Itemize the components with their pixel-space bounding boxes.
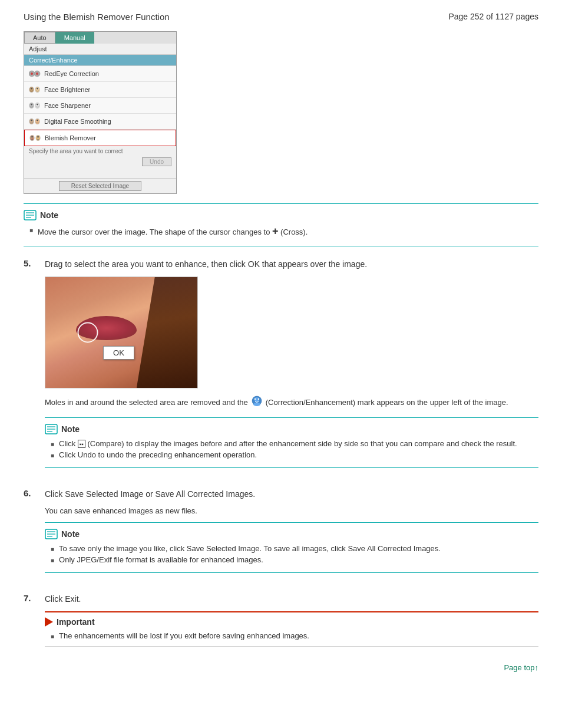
svg-point-9 xyxy=(31,104,32,106)
note2-item-1: ■ Click ▪▪ (Compare) to display the imag… xyxy=(45,439,533,449)
redeye-icon xyxy=(29,68,41,80)
note3-text-1: To save only the image you like, click S… xyxy=(59,544,441,553)
page-header: Using the Blemish Remover Function Page … xyxy=(24,12,538,22)
menu-item-face-sharpener[interactable]: Face Sharpener xyxy=(24,98,176,114)
correction-enhancement-icon xyxy=(252,396,262,410)
face-brightener-icon xyxy=(29,84,41,95)
note-icon-2 xyxy=(45,424,58,434)
undo-button[interactable]: Undo xyxy=(142,157,171,166)
ui-tabs: Auto Manual xyxy=(24,32,176,44)
important-item-1: ■ The enhancements will be lost if you e… xyxy=(45,631,533,640)
circle-selection xyxy=(78,322,98,343)
svg-point-3 xyxy=(36,73,38,75)
note1-bullet-1: ■ xyxy=(29,227,33,233)
step-5-content: Drag to select the area you want to enha… xyxy=(45,258,538,480)
reset-button[interactable]: Reset Selected Image xyxy=(59,181,141,191)
svg-point-17 xyxy=(31,136,33,138)
step-6-title: Click Save Selected Image or Save All Co… xyxy=(45,488,538,500)
step-6-content: Click Save Selected Image or Save All Co… xyxy=(45,488,538,585)
important-bullet-1: ■ xyxy=(51,633,54,640)
note1-item-1: ■ Move the cursor over the image. The sh… xyxy=(24,225,533,238)
ui-panel: Auto Manual Adjust Correct/Enhance RedEy… xyxy=(24,31,177,194)
tab-auto[interactable]: Auto xyxy=(24,32,55,44)
digital-face-smoothing-icon xyxy=(29,116,41,127)
step-6: 6. Click Save Selected Image or Save All… xyxy=(24,488,538,585)
note-header-2: Note xyxy=(45,424,533,434)
redeye-label: RedEye Correction xyxy=(44,70,99,77)
svg-point-28 xyxy=(254,398,256,400)
svg-point-20 xyxy=(37,136,39,138)
ok-button-overlay[interactable]: OK xyxy=(103,346,134,360)
spacer xyxy=(24,169,176,178)
svg-point-8 xyxy=(29,103,34,108)
step-5-title: Drag to select the area you want to enha… xyxy=(45,258,538,271)
important-box: Important ■ The enhancements will be los… xyxy=(45,611,538,647)
note3-item-2: ■ Only JPEG/Exif file format is availabl… xyxy=(45,555,533,564)
note-header-3: Note xyxy=(45,529,533,539)
step-7: 7. Click Exit. Important ■ The enhanceme… xyxy=(24,593,538,651)
menu-item-blemish-remover[interactable]: Blemish Remover xyxy=(24,130,176,146)
note-icon-3 xyxy=(45,529,58,539)
note2-text-1: Click ▪▪ (Compare) to display the images… xyxy=(59,439,517,449)
note-label-3: Note xyxy=(61,529,80,539)
step-5-number: 5. xyxy=(24,258,38,480)
face-sharpener-label: Face Sharpener xyxy=(44,102,91,109)
note-box-1: Note ■ Move the cursor over the image. T… xyxy=(24,203,538,246)
step-5: 5. Drag to select the area you want to e… xyxy=(24,258,538,480)
note3-item-1: ■ To save only the image you like, click… xyxy=(45,544,533,553)
step-7-content: Click Exit. Important ■ The enhancements… xyxy=(45,593,538,651)
specify-text: Specify the area you want to correct xyxy=(24,146,176,156)
svg-point-6 xyxy=(35,87,39,92)
svg-point-12 xyxy=(29,118,34,124)
digital-face-smoothing-label: Digital Face Smoothing xyxy=(44,118,111,125)
correct-enhance-label: Correct/Enhance xyxy=(24,55,176,66)
svg-point-29 xyxy=(258,398,259,400)
undo-row: Undo xyxy=(24,156,176,169)
note2-bullet-1: ■ xyxy=(51,441,54,447)
note-icon-1 xyxy=(24,210,37,220)
menu-item-digital-face-smoothing[interactable]: Digital Face Smoothing xyxy=(24,114,176,130)
info-text-part1: Moles in and around the selected area ar… xyxy=(45,397,248,409)
menu-item-face-brightener[interactable]: Face Brightener xyxy=(24,82,176,98)
note-header-1: Note xyxy=(24,210,533,220)
note2-item-2: ■ Click Undo to undo the preceding enhan… xyxy=(45,450,533,459)
svg-point-13 xyxy=(31,120,32,121)
step-6-number: 6. xyxy=(24,488,38,585)
svg-point-27 xyxy=(253,403,260,406)
image-inner: OK xyxy=(45,277,197,388)
page-title: Using the Blemish Remover Function xyxy=(24,12,170,22)
note-label-2: Note xyxy=(61,424,80,434)
page-top-anchor[interactable]: Page top↑ xyxy=(504,663,538,672)
ui-screenshot: Auto Manual Adjust Correct/Enhance RedEy… xyxy=(24,31,177,194)
note2-text-2: Click Undo to undo the preceding enhance… xyxy=(59,450,257,459)
svg-point-4 xyxy=(29,87,34,92)
compare-icon: ▪▪ xyxy=(78,440,85,448)
tab-manual[interactable]: Manual xyxy=(55,32,94,44)
svg-point-19 xyxy=(36,135,40,140)
face-brightener-label: Face Brightener xyxy=(44,86,90,93)
step-7-title: Click Exit. xyxy=(45,593,538,605)
note3-text-2: Only JPEG/Exif file format is available … xyxy=(59,555,263,564)
note-box-2: Note ■ Click ▪▪ (Compare) to display the… xyxy=(45,417,538,469)
page-top-link[interactable]: Page top↑ xyxy=(24,663,538,672)
svg-point-11 xyxy=(37,104,38,106)
svg-point-16 xyxy=(30,135,34,140)
important-text-1: The enhancements will be lost if you exi… xyxy=(59,631,309,640)
menu-item-redeye[interactable]: RedEye Correction xyxy=(24,66,176,82)
info-text: Moles in and around the selected area ar… xyxy=(45,396,538,410)
svg-point-7 xyxy=(37,88,38,90)
note-box-3: Note ■ To save only the image you like, … xyxy=(45,522,538,573)
svg-point-14 xyxy=(35,118,39,124)
reset-row: Reset Selected Image xyxy=(24,178,176,193)
svg-point-1 xyxy=(31,73,33,75)
note3-bullet-1: ■ xyxy=(51,546,54,552)
image-preview: OK xyxy=(45,276,198,388)
svg-point-10 xyxy=(35,103,39,108)
svg-point-18 xyxy=(31,139,32,140)
adjust-label: Adjust xyxy=(24,44,176,55)
blemish-remover-icon xyxy=(29,132,41,144)
cross-symbol: + xyxy=(272,225,279,237)
info-text-part2: (Correction/Enhancement) mark appears on… xyxy=(266,397,508,409)
note1-text-1: Move the cursor over the image. The shap… xyxy=(38,225,308,238)
svg-point-15 xyxy=(37,120,38,121)
